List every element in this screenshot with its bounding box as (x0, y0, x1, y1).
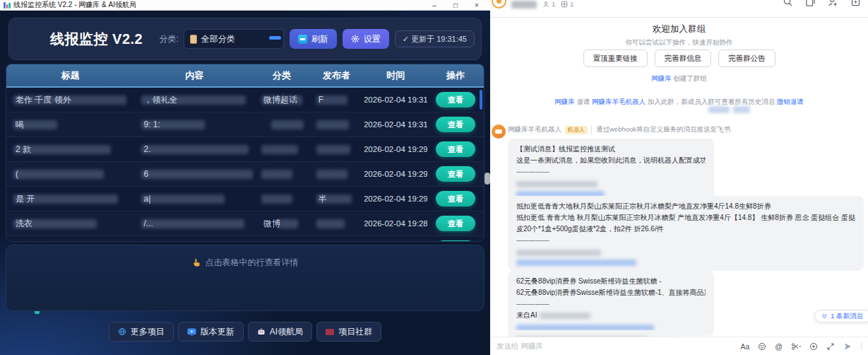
close-button[interactable]: × (466, 0, 487, 11)
view-button[interactable]: 查看 (436, 141, 475, 157)
redacted-chip (733, 106, 750, 113)
more-projects-button[interactable]: 更多项目 (109, 322, 174, 342)
view-button[interactable]: 查看 (436, 117, 475, 132)
new-message-pill[interactable]: 1 条新消息 (814, 310, 868, 322)
detail-panel: 点击表格中的行查看详情 (6, 245, 484, 311)
send-icon[interactable] (843, 342, 852, 351)
view-button[interactable]: 查看 (436, 166, 475, 182)
table-row-partial[interactable]: 查看 (6, 236, 484, 242)
mention-icon[interactable]: @ (775, 342, 783, 351)
view-button[interactable]: 查看 (436, 191, 475, 206)
table-row[interactable]: 是 开 a| 半 2026-02-04 19:29 查看 (6, 187, 484, 211)
double-chevron-down-icon (821, 313, 828, 320)
message-composer[interactable]: 发送给 网赚库 Aa @ (490, 337, 868, 355)
welcome-actions: 置顶重要链接 完善群信息 完善群公告 (490, 50, 868, 67)
category-value: 全部分类 (201, 33, 235, 45)
popout-icon[interactable] (805, 0, 816, 7)
revoke-invite-link[interactable]: 撤销邀请 (777, 98, 804, 105)
creator-link[interactable]: 网赚库 (651, 74, 672, 82)
row-time: 2026-02-04 19:29 (364, 187, 428, 211)
row-time: 2026-02-04 19:28 (364, 211, 428, 235)
member-count[interactable]: 1 (542, 0, 555, 8)
minimize-button[interactable]: – (424, 0, 445, 11)
message-bubble[interactable]: 【测试消息】线报监控推送测试 这是一条测试消息，如果您收到此消息，说明机器人配置… (508, 139, 714, 202)
table-row[interactable]: ( 6 2026-02-04 19:29 查看 (6, 162, 484, 187)
category-label: 分类: (160, 33, 179, 45)
footer-links: 更多项目 版本更新 AI领航局 项目社群 (0, 322, 490, 342)
pin-links-button[interactable]: 置顶重要链接 (583, 50, 648, 67)
redacted-text (516, 250, 601, 256)
inviter-link[interactable]: 网赚库 (554, 98, 575, 105)
table-row[interactable]: 喝 9: 1: 2026-02-04 19:31 查看 (6, 112, 484, 137)
window-titlebar: 线报监控系统 V2.2 - 网赚库 & AI领航局 – □ × (0, 0, 490, 11)
search-icon[interactable] (783, 0, 793, 7)
window-title: 线报监控系统 V2.2 - 网赚库 & AI领航局 (13, 0, 136, 10)
table-header-row: 标题 内容 分类 发布者 时间 操作 (6, 64, 484, 88)
settings-button[interactable]: 设置 (343, 29, 389, 49)
row-time: 2026-02-04 19:31 (364, 112, 428, 136)
version-update-button[interactable]: 版本更新 (178, 322, 244, 342)
pointing-hand-icon (192, 258, 201, 267)
redacted-text (540, 313, 590, 319)
invitee-link[interactable]: 网赚库羊毛机器人 (592, 98, 646, 105)
composer-placeholder: 发送给 网赚库 (497, 342, 543, 351)
column-header-content: 内容 (134, 69, 254, 82)
bot-tag: 机器人 (565, 126, 588, 134)
expand-icon[interactable] (826, 342, 835, 351)
refresh-icon (298, 35, 307, 44)
add-member-icon[interactable] (828, 0, 838, 7)
message-bubble[interactable]: 抵扣更低青青大地秋月梨山东莱阳正宗秋月冰糖梨产地直发净重4斤14.8生鲜8折券 … (508, 196, 864, 271)
group-name-redacted (511, 1, 537, 8)
view-button[interactable]: 查看 (436, 240, 475, 242)
divider (861, 342, 862, 350)
tab-count[interactable]: 1 (561, 0, 573, 8)
redacted-text (516, 181, 598, 187)
emoji-icon[interactable] (758, 342, 766, 351)
bot-name[interactable]: 网赚库羊毛机器人 (508, 125, 561, 134)
screenshot-scissors-icon[interactable] (791, 342, 801, 351)
bot-avatar[interactable] (492, 124, 506, 139)
text-format-icon[interactable]: Aa (740, 342, 749, 351)
report-table: 标题 内容 分类 发布者 时间 操作 老作 千度 领外 ，领礼全 微博超话 F … (6, 64, 484, 242)
detail-hint: 点击表格中的行查看详情 (6, 257, 484, 269)
column-header-publisher: 发布者 (309, 69, 364, 82)
monitor-window: 线报监控系统 V2.2 - 网赚库 & AI领航局 – □ × 线报监控 V2.… (0, 0, 490, 355)
complete-announcement-button[interactable]: 完善群公告 (718, 50, 775, 67)
table-row[interactable]: 老作 千度 领外 ，领礼全 微博超话 F 2026-02-04 19:31 查看 (6, 88, 484, 112)
view-button[interactable]: 查看 (436, 216, 475, 231)
welcome-title: 欢迎加入群组 (490, 23, 868, 35)
message-bubble[interactable]: 62元叠88vip消费券 Swisse斯维诗益生菌软糖 - 62元叠88vip消… (508, 271, 714, 336)
refresh-button[interactable]: 刷新 (290, 29, 337, 49)
redacted-chip (708, 106, 730, 113)
table-scrollbar[interactable] (480, 90, 482, 110)
row-time: 2026-02-04 19:29 (364, 162, 428, 186)
tv-icon (187, 328, 196, 336)
more-settings-icon[interactable] (850, 0, 861, 7)
grid-icon (561, 1, 568, 8)
globe-icon (118, 327, 126, 336)
chat-window: 1 1 欢迎加入群组 你可以尝试以下操作，快速开始协作 置顶重要链接 完善群信息… (490, 0, 868, 355)
column-header-time: 时间 (364, 69, 428, 82)
column-header-title: 标题 (6, 69, 134, 82)
table-row[interactable]: 洗衣 /... 微博 2026-02-04 19:28 查看 (6, 211, 484, 236)
table-row[interactable]: 2 款 2. 2026-02-04 19:29 查看 (6, 137, 484, 162)
redacted-link (516, 260, 636, 266)
complete-group-info-button[interactable]: 完善群信息 (655, 50, 712, 67)
app-icon (3, 1, 10, 8)
document-icon (190, 35, 197, 44)
group-avatar[interactable] (492, 0, 506, 8)
maximize-button[interactable]: □ (445, 0, 466, 11)
category-select[interactable]: 全部分类 (184, 29, 284, 49)
window-resize-handle[interactable] (484, 173, 490, 185)
row-time: 2026-02-04 19:31 (364, 88, 428, 112)
ai-navigator-button[interactable]: AI领航局 (248, 322, 312, 342)
gear-icon (351, 35, 359, 43)
members-icon (542, 1, 549, 8)
select-indicator (269, 36, 281, 40)
add-attachment-icon[interactable] (809, 342, 818, 351)
system-message-created: 网赚库 创建了群组 (490, 74, 868, 83)
project-community-button[interactable]: 项目社群 (316, 322, 381, 342)
view-button[interactable]: 查看 (436, 92, 475, 107)
system-message-invite: 网赚库 邀请 网赚库羊毛机器人 加入此群，新成员入群可查看所有历史消息 撤销邀请 (490, 98, 868, 107)
book-icon (326, 329, 334, 335)
